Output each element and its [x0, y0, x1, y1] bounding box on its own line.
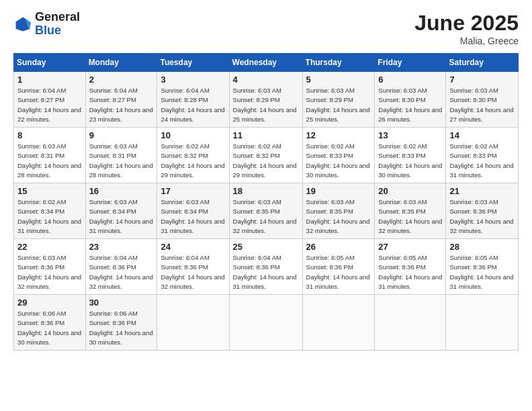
table-row [446, 295, 519, 351]
day-number: 13 [378, 130, 442, 140]
table-row: 15 Sunrise: 6:02 AM Sunset: 8:34 PM Dayl… [14, 183, 86, 239]
day-number: 5 [306, 75, 371, 85]
table-row: 28 Sunrise: 6:05 AM Sunset: 8:36 PM Dayl… [446, 239, 519, 295]
header-wednesday: Wednesday [229, 54, 302, 72]
header-sunday: Sunday [14, 54, 86, 72]
table-row: 22 Sunrise: 6:03 AM Sunset: 8:36 PM Dayl… [14, 239, 86, 295]
table-row: 9 Sunrise: 6:03 AM Sunset: 8:31 PM Dayli… [85, 128, 157, 183]
day-info: Sunrise: 6:03 AM Sunset: 8:34 PM Dayligh… [89, 197, 154, 236]
day-number: 24 [161, 242, 225, 252]
table-row: 10 Sunrise: 6:02 AM Sunset: 8:32 PM Dayl… [157, 128, 229, 183]
day-number: 27 [378, 242, 442, 252]
day-number: 6 [378, 75, 442, 85]
day-info: Sunrise: 6:03 AM Sunset: 8:35 PM Dayligh… [233, 197, 299, 236]
day-info: Sunrise: 6:02 AM Sunset: 8:32 PM Dayligh… [161, 142, 225, 180]
table-row [375, 295, 446, 351]
table-row: 14 Sunrise: 6:02 AM Sunset: 8:33 PM Dayl… [446, 128, 519, 183]
header-saturday: Saturday [446, 54, 519, 72]
day-number: 25 [233, 242, 299, 252]
day-info: Sunrise: 6:03 AM Sunset: 8:30 PM Dayligh… [378, 86, 442, 124]
logo-icon [13, 15, 32, 34]
day-info: Sunrise: 6:03 AM Sunset: 8:34 PM Dayligh… [161, 197, 225, 236]
day-info: Sunrise: 6:05 AM Sunset: 8:36 PM Dayligh… [306, 253, 371, 291]
table-row: 20 Sunrise: 6:03 AM Sunset: 8:35 PM Dayl… [375, 183, 446, 239]
calendar-week-3: 15 Sunrise: 6:02 AM Sunset: 8:34 PM Dayl… [14, 183, 519, 239]
table-row: 27 Sunrise: 6:05 AM Sunset: 8:36 PM Dayl… [375, 239, 446, 295]
table-row: 4 Sunrise: 6:03 AM Sunset: 8:29 PM Dayli… [229, 72, 302, 128]
header-tuesday: Tuesday [157, 54, 229, 72]
table-row: 5 Sunrise: 6:03 AM Sunset: 8:29 PM Dayli… [302, 72, 375, 128]
day-info: Sunrise: 6:03 AM Sunset: 8:31 PM Dayligh… [17, 142, 82, 180]
day-number: 18 [233, 186, 299, 196]
table-row: 2 Sunrise: 6:04 AM Sunset: 8:27 PM Dayli… [85, 72, 157, 128]
day-number: 19 [306, 186, 371, 196]
header: General Blue June 2025 Malia, Greece [13, 11, 519, 46]
table-row: 23 Sunrise: 6:04 AM Sunset: 8:36 PM Dayl… [85, 239, 157, 295]
logo: General Blue [13, 11, 80, 38]
calendar-week-4: 22 Sunrise: 6:03 AM Sunset: 8:36 PM Dayl… [14, 239, 519, 295]
weekday-header-row: Sunday Monday Tuesday Wednesday Thursday… [14, 54, 519, 72]
table-row: 25 Sunrise: 6:04 AM Sunset: 8:36 PM Dayl… [229, 239, 302, 295]
day-info: Sunrise: 6:03 AM Sunset: 8:29 PM Dayligh… [233, 86, 299, 124]
table-row: 12 Sunrise: 6:02 AM Sunset: 8:33 PM Dayl… [302, 128, 375, 183]
day-info: Sunrise: 6:03 AM Sunset: 8:30 PM Dayligh… [449, 86, 515, 124]
logo-text: General Blue [35, 11, 80, 38]
day-info: Sunrise: 6:03 AM Sunset: 8:35 PM Dayligh… [378, 197, 442, 236]
day-number: 20 [378, 186, 442, 196]
day-info: Sunrise: 6:06 AM Sunset: 8:36 PM Dayligh… [89, 309, 154, 347]
day-info: Sunrise: 6:02 AM Sunset: 8:33 PM Dayligh… [449, 142, 515, 180]
table-row: 8 Sunrise: 6:03 AM Sunset: 8:31 PM Dayli… [14, 128, 86, 183]
day-number: 28 [449, 242, 515, 252]
calendar-table: Sunday Monday Tuesday Wednesday Thursday… [13, 53, 519, 351]
day-info: Sunrise: 6:03 AM Sunset: 8:31 PM Dayligh… [89, 142, 154, 180]
day-info: Sunrise: 6:04 AM Sunset: 8:36 PM Dayligh… [89, 253, 154, 291]
table-row: 18 Sunrise: 6:03 AM Sunset: 8:35 PM Dayl… [229, 183, 302, 239]
table-row: 16 Sunrise: 6:03 AM Sunset: 8:34 PM Dayl… [85, 183, 157, 239]
day-number: 26 [306, 242, 371, 252]
day-number: 12 [306, 130, 371, 140]
day-number: 10 [161, 130, 225, 140]
table-row: 26 Sunrise: 6:05 AM Sunset: 8:36 PM Dayl… [302, 239, 375, 295]
calendar-week-1: 1 Sunrise: 6:04 AM Sunset: 8:27 PM Dayli… [14, 72, 519, 128]
table-row [302, 295, 375, 351]
day-number: 14 [449, 130, 515, 140]
day-info: Sunrise: 6:04 AM Sunset: 8:36 PM Dayligh… [161, 253, 225, 291]
day-info: Sunrise: 6:02 AM Sunset: 8:33 PM Dayligh… [378, 142, 442, 180]
day-info: Sunrise: 6:02 AM Sunset: 8:32 PM Dayligh… [233, 142, 299, 180]
day-number: 16 [89, 186, 154, 196]
table-row [157, 295, 229, 351]
logo-blue-text: Blue [35, 24, 61, 37]
table-row: 19 Sunrise: 6:03 AM Sunset: 8:35 PM Dayl… [302, 183, 375, 239]
day-info: Sunrise: 6:05 AM Sunset: 8:36 PM Dayligh… [378, 253, 442, 291]
day-info: Sunrise: 6:02 AM Sunset: 8:34 PM Dayligh… [17, 197, 82, 236]
day-info: Sunrise: 6:04 AM Sunset: 8:27 PM Dayligh… [89, 86, 154, 124]
table-row: 21 Sunrise: 6:03 AM Sunset: 8:36 PM Dayl… [446, 183, 519, 239]
day-number: 17 [161, 186, 225, 196]
table-row: 13 Sunrise: 6:02 AM Sunset: 8:33 PM Dayl… [375, 128, 446, 183]
day-info: Sunrise: 6:03 AM Sunset: 8:29 PM Dayligh… [306, 86, 371, 124]
table-row [229, 295, 302, 351]
day-number: 2 [89, 75, 154, 85]
logo-general-text: General [35, 10, 80, 24]
table-row: 17 Sunrise: 6:03 AM Sunset: 8:34 PM Dayl… [157, 183, 229, 239]
month-title: June 2025 [414, 11, 519, 36]
day-number: 7 [449, 75, 515, 85]
day-number: 4 [233, 75, 299, 85]
location-subtitle: Malia, Greece [414, 36, 519, 46]
day-info: Sunrise: 6:03 AM Sunset: 8:36 PM Dayligh… [449, 197, 515, 236]
day-info: Sunrise: 6:04 AM Sunset: 8:36 PM Dayligh… [233, 253, 299, 291]
table-row: 7 Sunrise: 6:03 AM Sunset: 8:30 PM Dayli… [446, 72, 519, 128]
table-row: 1 Sunrise: 6:04 AM Sunset: 8:27 PM Dayli… [14, 72, 86, 128]
day-number: 8 [17, 130, 82, 140]
calendar-week-5: 29 Sunrise: 6:06 AM Sunset: 8:36 PM Dayl… [14, 295, 519, 351]
title-area: June 2025 Malia, Greece [414, 11, 519, 46]
table-row: 6 Sunrise: 6:03 AM Sunset: 8:30 PM Dayli… [375, 72, 446, 128]
table-row: 24 Sunrise: 6:04 AM Sunset: 8:36 PM Dayl… [157, 239, 229, 295]
day-number: 30 [89, 298, 154, 308]
day-info: Sunrise: 6:04 AM Sunset: 8:28 PM Dayligh… [161, 86, 225, 124]
day-info: Sunrise: 6:04 AM Sunset: 8:27 PM Dayligh… [17, 86, 82, 124]
header-monday: Monday [85, 54, 157, 72]
day-info: Sunrise: 6:02 AM Sunset: 8:33 PM Dayligh… [306, 142, 371, 180]
day-info: Sunrise: 6:05 AM Sunset: 8:36 PM Dayligh… [449, 253, 515, 291]
calendar-week-2: 8 Sunrise: 6:03 AM Sunset: 8:31 PM Dayli… [14, 128, 519, 183]
